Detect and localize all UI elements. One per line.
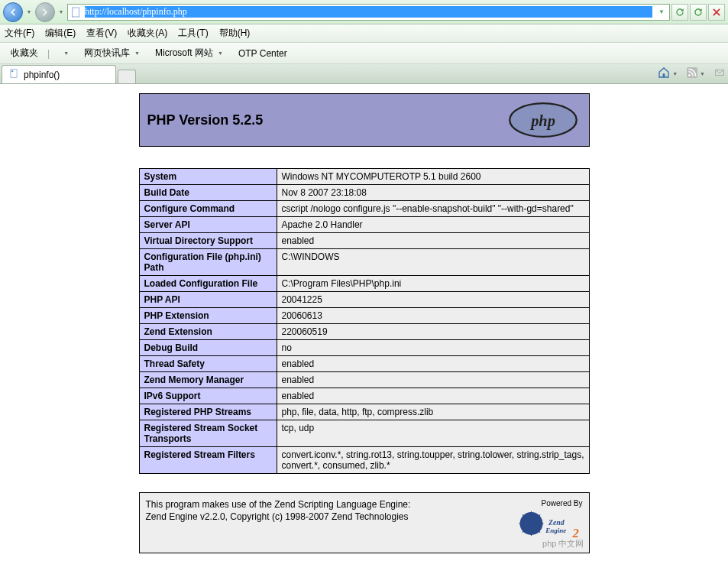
- chevron-down-icon: ▼: [63, 50, 69, 56]
- phpinfo-key: IPv6 Support: [139, 388, 277, 404]
- phpinfo-value: enabled: [277, 372, 589, 388]
- menu-help[interactable]: 帮助(H): [219, 27, 251, 40]
- phpinfo-value: tcp, udp: [277, 420, 589, 447]
- svg-text:php: php: [529, 112, 555, 130]
- chevron-down-icon: ▼: [672, 71, 678, 76]
- php-version-title: PHP Version 5.2.5: [147, 112, 264, 128]
- phpinfo-key: PHP API: [139, 292, 277, 308]
- menu-bar: 文件(F) 编辑(E) 查看(V) 收藏夹(A) 工具(T) 帮助(H): [0, 24, 728, 43]
- table-row: Configure Commandcscript /nologo configu…: [139, 201, 589, 217]
- new-tab-button[interactable]: [118, 70, 136, 83]
- zend-powered-label: Powered By: [514, 499, 583, 508]
- phpinfo-value: enabled: [277, 233, 589, 249]
- refresh-icon: [693, 7, 704, 18]
- table-row: Registered Stream Filtersconvert.iconv.*…: [139, 447, 589, 474]
- phpinfo-value: C:\WINDOWS: [277, 249, 589, 276]
- menu-favorites[interactable]: 收藏夹(A): [128, 27, 167, 40]
- page-icon: [70, 6, 82, 18]
- phpinfo-key: Server API: [139, 217, 277, 233]
- page-tools: ▼ ▼: [658, 66, 725, 80]
- table-row: Server APIApache 2.0 Handler: [139, 217, 589, 233]
- menu-file[interactable]: 文件(F): [5, 27, 34, 40]
- address-bar[interactable]: ▼: [67, 4, 670, 21]
- suggested-sites-button[interactable]: ▼: [56, 47, 72, 60]
- phpinfo-key: PHP Extension: [139, 308, 277, 324]
- page-icon: [8, 68, 19, 81]
- table-row: Virtual Directory Supportenabled: [139, 233, 589, 249]
- table-row: Debug Buildno: [139, 340, 589, 356]
- chevron-down-icon: ▼: [700, 71, 705, 76]
- back-history-dropdown[interactable]: ▼: [24, 5, 34, 20]
- table-row: Registered Stream Socket Transportstcp, …: [139, 420, 589, 447]
- table-row: IPv6 Supportenabled: [139, 388, 589, 404]
- otp-center-link[interactable]: OTP Center: [232, 47, 290, 60]
- phpinfo-value: C:\Program Files\PHP\php.ini: [277, 276, 589, 292]
- feeds-button[interactable]: ▼: [687, 67, 705, 79]
- phpinfo-key: Registered Stream Filters: [139, 447, 277, 474]
- chevron-down-icon: ▼: [134, 50, 140, 56]
- ms-site-label: Microsoft 网站: [155, 47, 213, 60]
- table-row: Registered PHP Streamsphp, file, data, h…: [139, 404, 589, 420]
- phpinfo-value: Nov 8 2007 23:18:08: [277, 185, 589, 201]
- refresh-button-alt[interactable]: [690, 4, 707, 21]
- svg-rect-6: [663, 73, 665, 77]
- page-content: PHP Version 5.2.5 php SystemWindows NT M…: [0, 84, 728, 585]
- otp-center-label: OTP Center: [238, 48, 287, 59]
- table-row: Loaded Configuration FileC:\Program File…: [139, 276, 589, 292]
- svg-rect-4: [11, 70, 17, 78]
- arrow-right-icon: [40, 7, 50, 18]
- close-icon: [711, 7, 722, 18]
- rss-icon: [687, 67, 697, 79]
- phpinfo-value: no: [277, 340, 589, 356]
- address-dropdown[interactable]: ▼: [655, 8, 668, 15]
- zend-line-1: This program makes use of the Zend Scrip…: [146, 499, 411, 511]
- phpinfo-value: php, file, data, http, ftp, compress.zli…: [277, 404, 589, 420]
- web-slice-label: 网页快讯库: [84, 47, 130, 60]
- phpinfo-key: System: [139, 169, 277, 185]
- phpinfo-value: convert.iconv.*, string.rot13, string.to…: [277, 447, 589, 474]
- phpinfo-container: PHP Version 5.2.5 php SystemWindows NT M…: [139, 93, 590, 553]
- back-button[interactable]: [3, 2, 23, 22]
- tab-bar: phpinfo() ▼ ▼: [0, 64, 728, 84]
- svg-rect-7: [687, 67, 697, 78]
- web-slice-button[interactable]: 网页快讯库 ▼: [78, 45, 143, 61]
- forward-history-dropdown[interactable]: ▼: [57, 5, 66, 20]
- phpinfo-value: enabled: [277, 388, 589, 404]
- table-row: Zend Memory Managerenabled: [139, 372, 589, 388]
- svg-text:Engine: Engine: [545, 527, 566, 534]
- phpinfo-key: Build Date: [139, 185, 277, 201]
- favorites-bar: 收藏夹 | ▼ 网页快讯库 ▼ Microsoft 网站 ▼ OTP Cente…: [0, 43, 728, 64]
- ms-site-folder[interactable]: Microsoft 网站 ▼: [149, 45, 226, 61]
- tab-phpinfo[interactable]: phpinfo(): [2, 65, 116, 83]
- url-input[interactable]: [85, 6, 652, 18]
- refresh-button[interactable]: [671, 4, 688, 21]
- phpinfo-key: Loaded Configuration File: [139, 276, 277, 292]
- home-button[interactable]: ▼: [658, 66, 678, 80]
- table-row: Thread Safetyenabled: [139, 356, 589, 372]
- menu-edit[interactable]: 编辑(E): [45, 27, 76, 40]
- menu-tools[interactable]: 工具(T): [178, 27, 208, 40]
- browser-nav-toolbar: ▼ ▼ ▼: [0, 0, 728, 24]
- refresh-icon: [675, 7, 685, 18]
- table-row: SystemWindows NT MYCOMPUTEROTP 5.1 build…: [139, 169, 589, 185]
- chevron-down-icon: ▼: [218, 50, 223, 56]
- phpinfo-table: SystemWindows NT MYCOMPUTEROTP 5.1 build…: [139, 168, 590, 474]
- home-icon: [658, 66, 670, 80]
- favorites-label: 收藏夹: [11, 47, 38, 60]
- phpinfo-key: Configuration File (php.ini) Path: [139, 249, 277, 276]
- php-logo: php: [505, 101, 581, 139]
- favorites-button[interactable]: 收藏夹: [5, 45, 41, 61]
- table-row: Configuration File (php.ini) PathC:\WIND…: [139, 249, 589, 276]
- phpinfo-value: Windows NT MYCOMPUTEROTP 5.1 build 2600: [277, 169, 589, 185]
- menu-view[interactable]: 查看(V): [86, 27, 117, 40]
- stop-button[interactable]: [708, 4, 725, 21]
- phpinfo-key: Virtual Directory Support: [139, 233, 277, 249]
- phpinfo-value: 20060613: [277, 308, 589, 324]
- watermark: php 中文网: [542, 538, 584, 550]
- phpinfo-value: enabled: [277, 356, 589, 372]
- read-mail-button[interactable]: [714, 67, 725, 79]
- forward-button[interactable]: [35, 2, 55, 22]
- svg-text:Zend: Zend: [548, 518, 565, 527]
- phpinfo-header: PHP Version 5.2.5 php: [139, 93, 590, 147]
- phpinfo-key: Zend Extension: [139, 324, 277, 340]
